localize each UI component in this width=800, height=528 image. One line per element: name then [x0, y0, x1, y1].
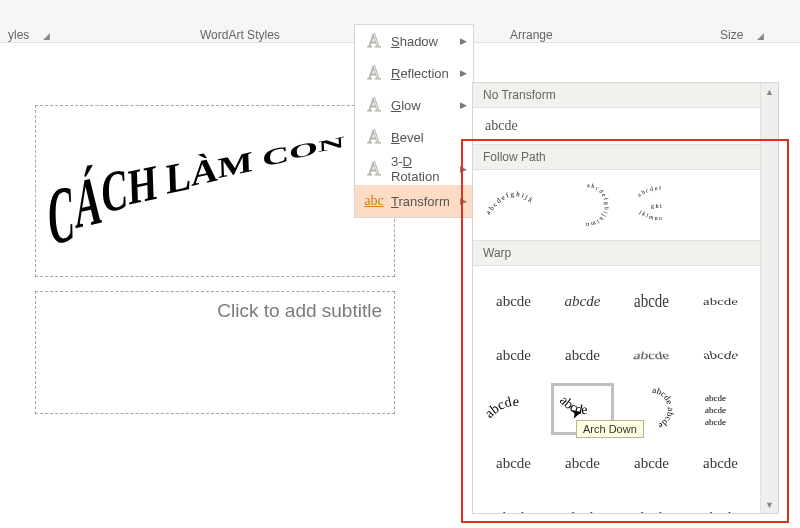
thumb-warp[interactable]: abcde — [692, 332, 749, 378]
svg-text:a b c d e f: a b c d e f — [636, 185, 661, 198]
ribbon-group-arrange: Arrange — [510, 0, 553, 48]
thumb-warp-button[interactable]: abcdeabcdeabcde — [692, 386, 749, 432]
ribbon-group-wordart-label: WordArt Styles — [200, 28, 280, 42]
menu-item-label: Reflection — [385, 66, 460, 81]
menu-item-shadow[interactable]: A Shadow ▶ — [355, 25, 473, 57]
svg-text:abcde: abcde — [705, 405, 726, 415]
bevel-icon: A — [363, 127, 385, 148]
thumb-warp[interactable]: abcde — [692, 440, 749, 486]
submenu-arrow-icon: ▶ — [460, 36, 467, 46]
subtitle-placeholder[interactable]: Click to add subtitle — [35, 291, 395, 414]
thumb-follow-path-circle[interactable]: a b c d e f g h i j k l m n — [557, 182, 617, 228]
subtitle-placeholder-text: Click to add subtitle — [217, 300, 382, 322]
dialog-launcher-icon[interactable]: ◢ — [43, 31, 50, 41]
slide-canvas: CÁCH LÀM CON Click to add subtitle — [35, 105, 395, 405]
section-header-no-transform: No Transform — [473, 83, 761, 108]
thumb-warp[interactable]: abcde — [623, 494, 680, 513]
thumb-warp[interactable]: abcde — [485, 440, 542, 486]
submenu-arrow-icon: ▶ — [460, 196, 467, 206]
scroll-down-icon[interactable]: ▼ — [761, 496, 778, 513]
thumb-warp[interactable]: abcde — [623, 332, 680, 378]
text-effects-menu: A Shadow ▶ A Reflection ▶ A Glow ▶ A Bev… — [354, 24, 474, 218]
thumb-warp[interactable]: abcde — [554, 494, 611, 513]
thumb-warp[interactable]: abcde — [623, 278, 680, 324]
section-header-follow-path: Follow Path — [473, 144, 761, 170]
scroll-up-icon[interactable]: ▲ — [761, 83, 778, 100]
submenu-arrow-icon: ▶ — [460, 100, 467, 110]
dialog-launcher-icon[interactable]: ◢ — [757, 31, 764, 41]
thumb-warp-arch-up[interactable]: abcde — [485, 386, 542, 432]
shadow-icon: A — [363, 31, 385, 52]
rotation-icon: A — [363, 159, 385, 180]
ribbon-group-size: Size ◢ — [720, 0, 764, 48]
ribbon-group-wordart: WordArt Styles — [200, 0, 340, 48]
svg-text:j k l m n o: j k l m n o — [638, 208, 662, 221]
thumb-warp[interactable]: abcde — [692, 278, 749, 324]
svg-text:abcde: abcde — [481, 394, 519, 421]
thumb-follow-path-arch[interactable]: a b c d e f g h i j k — [485, 182, 545, 228]
svg-text:abcde abcde: abcde abcde — [651, 385, 675, 431]
svg-text:a b c d e f g h i j k l m n: a b c d e f g h i j k l m n — [586, 182, 610, 228]
transform-gallery: No Transform abcde Follow Path a b c d e… — [472, 82, 779, 514]
menu-item-glow[interactable]: A Glow ▶ — [355, 89, 473, 121]
section-body-follow-path: a b c d e f g h i j k a b c d e f g h i … — [473, 170, 761, 240]
thumb-follow-path-button[interactable]: a b c d e f g h i j k l m n o — [629, 182, 689, 228]
reflection-icon: A — [363, 63, 385, 84]
section-header-warp: Warp — [473, 240, 761, 266]
menu-item-label: Glow — [385, 98, 460, 113]
gallery-scrollbar[interactable]: ▲ ▼ — [760, 83, 778, 513]
gallery-scroll-area: No Transform abcde Follow Path a b c d e… — [473, 83, 761, 513]
menu-item-label: Shadow — [385, 34, 460, 49]
svg-text:g h i: g h i — [651, 203, 662, 209]
section-body-warp: abcde abcde abcde abcde abcde abcde abcd… — [473, 266, 761, 513]
ribbon-group-styles: yles ◢ — [0, 0, 168, 48]
glow-icon: A — [363, 95, 385, 116]
menu-item-bevel[interactable]: A Bevel — [355, 121, 473, 153]
submenu-arrow-icon: ▶ — [460, 164, 467, 174]
section-body-no-transform: abcde — [473, 108, 761, 144]
menu-item-label: 3-D Rotation — [385, 154, 460, 184]
title-placeholder[interactable]: CÁCH LÀM CON — [35, 105, 395, 277]
tooltip-arch-down: Arch Down — [576, 420, 644, 438]
menu-item-transform[interactable]: abc Transform ▶ — [355, 185, 473, 217]
transform-icon: abc — [363, 193, 385, 209]
thumb-warp[interactable]: abcde — [485, 494, 542, 513]
ribbon-group-arrange-label: Arrange — [510, 28, 553, 42]
thumb-warp[interactable]: abcde — [554, 440, 611, 486]
thumb-no-transform[interactable]: abcde — [479, 116, 755, 136]
ribbon-group-styles-label: yles — [8, 28, 29, 42]
submenu-arrow-icon: ▶ — [460, 68, 467, 78]
menu-item-label: Transform — [385, 194, 460, 209]
thumb-warp[interactable]: abcde — [485, 332, 542, 378]
thumb-warp[interactable]: abcde — [554, 332, 611, 378]
ribbon-group-size-label: Size — [720, 28, 743, 42]
menu-item-reflection[interactable]: A Reflection ▶ — [355, 57, 473, 89]
menu-item-3d-rotation[interactable]: A 3-D Rotation ▶ — [355, 153, 473, 185]
thumb-warp[interactable]: abcde — [554, 278, 611, 324]
thumb-warp[interactable]: abcde — [485, 278, 542, 324]
thumb-warp[interactable]: abcde — [623, 440, 680, 486]
svg-text:abcde: abcde — [705, 393, 726, 403]
svg-text:a b c d e f g h i j k: a b c d e f g h i j k — [484, 190, 534, 216]
wordart-title-text[interactable]: CÁCH LÀM CON — [47, 119, 346, 227]
menu-item-label: Bevel — [385, 130, 467, 145]
svg-text:abcde: abcde — [705, 417, 726, 427]
thumb-warp[interactable]: abcde — [692, 494, 749, 513]
